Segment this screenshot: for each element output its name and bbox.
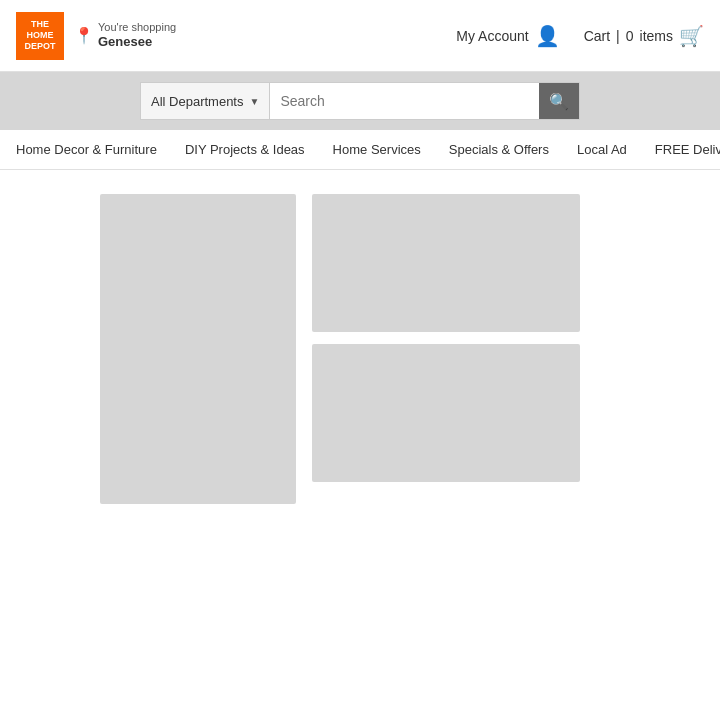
account-link[interactable]: My Account 👤	[456, 24, 559, 48]
store-name: Genesee	[98, 34, 176, 51]
nav-item-diy[interactable]: DIY Projects & Ideas	[185, 134, 305, 165]
department-label: All Departments	[151, 94, 243, 109]
nav-bar: Home Decor & Furniture DIY Projects & Id…	[0, 130, 720, 170]
logo-area: THE HOME DEPOT 📍 You're shopping Genesee	[16, 12, 176, 60]
cart-icon: 🛒	[679, 24, 704, 48]
content-right	[312, 194, 580, 504]
shopping-label: You're shopping	[98, 20, 176, 34]
user-icon: 👤	[535, 24, 560, 48]
cart-items-label: items	[640, 28, 673, 44]
placeholder-image-wide-top	[312, 194, 580, 332]
home-depot-logo: THE HOME DEPOT	[16, 12, 64, 60]
location-pin-icon: 📍	[74, 26, 94, 45]
chevron-down-icon: ▼	[249, 96, 259, 107]
nav-item-free-delivery[interactable]: FREE Delivery	[655, 134, 720, 165]
nav-item-home-decor[interactable]: Home Decor & Furniture	[16, 134, 157, 165]
cart-link[interactable]: Cart | 0 items 🛒	[584, 24, 704, 48]
account-label: My Account	[456, 28, 528, 44]
content-area	[0, 170, 720, 528]
placeholder-image-tall	[100, 194, 296, 504]
search-input[interactable]	[270, 83, 539, 119]
search-icon: 🔍	[549, 92, 569, 111]
content-left	[100, 194, 296, 504]
location-area[interactable]: 📍 You're shopping Genesee	[74, 20, 176, 51]
cart-label: Cart	[584, 28, 610, 44]
nav-item-home-services[interactable]: Home Services	[333, 134, 421, 165]
search-button[interactable]: 🔍	[539, 83, 579, 119]
header: THE HOME DEPOT 📍 You're shopping Genesee…	[0, 0, 720, 72]
header-actions: My Account 👤 Cart | 0 items 🛒	[456, 24, 704, 48]
search-bar-wrapper: All Departments ▼ 🔍	[0, 72, 720, 130]
cart-count: 0	[626, 28, 634, 44]
nav-item-specials[interactable]: Specials & Offers	[449, 134, 549, 165]
cart-separator: |	[616, 28, 620, 44]
search-bar: All Departments ▼ 🔍	[140, 82, 580, 120]
department-select[interactable]: All Departments ▼	[141, 83, 270, 119]
placeholder-image-wide-bottom	[312, 344, 580, 482]
nav-item-local-ad[interactable]: Local Ad	[577, 134, 627, 165]
